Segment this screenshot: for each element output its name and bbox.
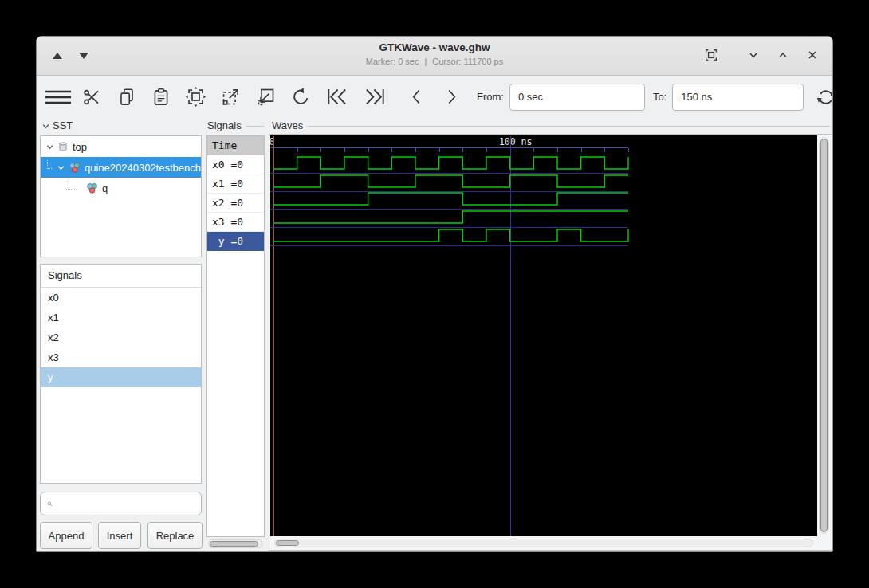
list-item-x1[interactable]: x1 (41, 308, 201, 327)
menu-button[interactable] (44, 84, 73, 111)
time-header: Time (207, 136, 264, 155)
paste-button[interactable] (151, 84, 171, 111)
chevron-down-icon (57, 163, 65, 172)
list-item-x2[interactable]: x2 (41, 327, 201, 347)
copy-icon (116, 87, 137, 108)
hamburger-menu-icon (44, 88, 73, 107)
frame-border-line (246, 126, 265, 127)
from-label: From: (477, 91, 504, 103)
signal-browser: Signals x0 x1 x2 x3 y (40, 264, 202, 484)
values-panel: Time x0 =0 x1 =0 x2 =0 x3 =0 y =0 (206, 135, 265, 537)
from-field[interactable] (509, 84, 645, 111)
value-row-x1[interactable]: x1 =0 (207, 174, 264, 194)
fullscreen-icon (704, 48, 718, 62)
to-field[interactable] (672, 84, 804, 111)
cut-button[interactable] (82, 84, 103, 111)
sst-tree: top quine20240302testbench (40, 135, 202, 257)
module-icon (57, 141, 69, 152)
reload-button[interactable] (815, 84, 833, 111)
value-row-x2[interactable]: x2 =0 (207, 194, 264, 213)
gtkwave-window: GTKWave - wave.ghw Marker: 0 sec|Cursor:… (36, 36, 833, 552)
window-title: GTKWave - wave.ghw (196, 40, 673, 56)
waves-vscrollbar-thumb[interactable] (820, 139, 828, 532)
maximize-button[interactable] (773, 45, 793, 65)
replace-button[interactable]: Replace (147, 522, 203, 549)
triangle-up-icon (53, 53, 62, 59)
chevron-down-icon (746, 48, 761, 62)
go-to-start-button[interactable] (325, 84, 349, 111)
chevron-left-icon (407, 86, 427, 108)
tree-item-label: q (102, 182, 108, 194)
zoom-in-button[interactable] (220, 84, 242, 111)
zoom-fit-button[interactable] (185, 84, 206, 111)
copy-button[interactable] (116, 84, 137, 111)
tree-item-top[interactable]: top (41, 136, 201, 157)
chevron-down-icon (45, 143, 54, 151)
frame-border-line (308, 126, 830, 127)
waveform-area[interactable]: 0100 ns (270, 135, 817, 536)
clipboard-paste-icon (151, 87, 171, 108)
chevron-right-icon (441, 86, 462, 108)
window-subtitle: Marker: 0 sec|Cursor: 111700 ps (196, 56, 673, 67)
prev-edge-button[interactable] (407, 84, 427, 111)
titlebox: GTKWave - wave.ghw Marker: 0 sec|Cursor:… (196, 40, 673, 67)
waves-vscrollbar[interactable] (819, 137, 829, 534)
scissors-icon (82, 87, 103, 108)
value-row-x3[interactable]: x3 =0 (207, 213, 264, 232)
list-item-y[interactable]: y (41, 367, 201, 387)
svg-text:100 ns: 100 ns (499, 136, 533, 147)
value-row-y[interactable]: y =0 (207, 232, 264, 251)
close-button[interactable] (802, 45, 823, 65)
close-icon (805, 48, 820, 62)
values-hscrollbar[interactable] (208, 539, 263, 548)
headerbar: GTKWave - wave.ghw Marker: 0 sec|Cursor:… (37, 37, 832, 76)
chevron-up-icon (776, 48, 790, 62)
waves-hscrollbar-thumb[interactable] (276, 540, 299, 546)
search-input[interactable] (57, 493, 201, 514)
signal-list-header: Signals (41, 265, 201, 288)
list-item-x3[interactable]: x3 (41, 347, 201, 367)
waves-frame-label: Waves (272, 120, 303, 132)
tree-item-label: quine20240302testbench (85, 162, 201, 174)
component-icon (69, 162, 81, 174)
values-frame-label: Signals (207, 120, 242, 132)
search-icon (47, 498, 53, 510)
skip-to-start-icon (325, 86, 349, 108)
waves-hscrollbar[interactable] (274, 539, 813, 547)
go-to-end-button[interactable] (363, 84, 387, 111)
fullscreen-button[interactable] (701, 45, 722, 65)
triangle-down-icon (79, 53, 88, 59)
waves-panel: 0100 ns (269, 134, 832, 551)
minimize-button[interactable] (743, 45, 764, 65)
append-button[interactable]: Append (40, 522, 92, 549)
tree-item-testbench[interactable]: quine20240302testbench (41, 157, 201, 178)
skip-to-end-icon (363, 86, 387, 108)
cursor-readout: Cursor: 111700 ps (432, 57, 503, 66)
subtitle-separator: | (424, 57, 427, 66)
next-edge-button[interactable] (441, 84, 462, 111)
shift-traces-down-button[interactable] (74, 48, 93, 64)
undo-button[interactable] (290, 84, 312, 111)
window-controls (701, 45, 823, 65)
signal-search[interactable] (40, 492, 202, 515)
values-hscrollbar-thumb[interactable] (210, 541, 258, 547)
tree-item-q[interactable]: q (41, 178, 201, 198)
value-row-x0[interactable]: x0 =0 (207, 155, 264, 174)
toolbar: From: To: (37, 75, 832, 119)
tree-item-label: top (73, 141, 87, 153)
sst-frame-label[interactable]: SST (41, 120, 73, 132)
component-icon (86, 182, 98, 194)
insert-button[interactable]: Insert (98, 522, 141, 549)
tree-guide-line (47, 160, 52, 169)
shift-traces-up-button[interactable] (48, 48, 67, 64)
expander-chevron-icon (41, 122, 50, 131)
marker-readout: Marker: 0 sec (366, 57, 419, 66)
zoom-out-icon (255, 86, 277, 108)
zoom-fit-icon (185, 86, 206, 108)
zoom-in-icon (220, 86, 242, 108)
zoom-out-button[interactable] (255, 84, 277, 111)
tree-guide-line (65, 181, 75, 190)
list-item-x0[interactable]: x0 (41, 288, 201, 308)
waveform-canvas[interactable]: 0100 ns (270, 135, 817, 536)
reload-icon (815, 86, 833, 108)
